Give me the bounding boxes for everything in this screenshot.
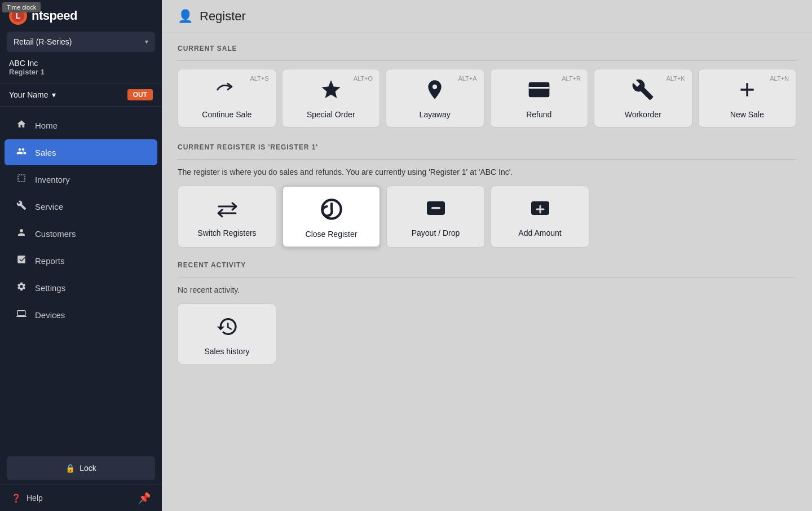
icon-special-order	[320, 78, 342, 104]
icon-layaway	[423, 78, 446, 104]
store-selector[interactable]: Retail (R-Series) ▾	[7, 32, 155, 52]
user-name-text: Your Name	[9, 90, 48, 99]
register-cards: Switch Registers Close Register Payout /…	[178, 186, 796, 248]
register-card-close-register[interactable]: Close Register	[282, 186, 381, 248]
nav-label-service: Service	[35, 202, 63, 212]
shortcut-continue-sale: ALT+S	[250, 75, 268, 82]
sidebar-item-home[interactable]: Home	[5, 112, 157, 138]
icon-refund	[528, 78, 550, 104]
no-activity-text: No recent activity.	[178, 285, 796, 294]
sidebar-item-service[interactable]: Service	[5, 193, 157, 219]
register-card-switch-registers[interactable]: Switch Registers	[178, 186, 276, 248]
pin-icon[interactable]: 📌	[138, 492, 151, 504]
shortcut-refund: ALT+R	[562, 75, 581, 82]
reg-icon-add-amount	[529, 199, 551, 223]
label-special-order: Special Order	[307, 110, 355, 119]
register-name: Register 1	[9, 68, 153, 76]
customers-icon	[16, 227, 27, 240]
sidebar: L ntspeed Retail (R-Series) ▾ ABC Inc Re…	[0, 0, 162, 511]
shortcut-special-order: ALT+O	[354, 75, 373, 82]
store-info: ABC Inc Register 1	[0, 52, 162, 83]
reg-icon-close-register	[320, 198, 343, 224]
register-card-add-amount[interactable]: Add Amount	[491, 186, 589, 248]
recent-activity-section: RECENT ACTIVITY No recent activity. Sale…	[178, 261, 796, 364]
section-divider-3	[178, 277, 796, 277]
card-workorder[interactable]: ALT+K Workorder	[594, 69, 692, 127]
icon-workorder	[632, 78, 654, 104]
shortcut-workorder: ALT+K	[666, 75, 685, 82]
lock-icon: 🔒	[65, 464, 75, 473]
svg-rect-2	[528, 82, 549, 98]
reg-label-add-amount: Add Amount	[518, 228, 561, 237]
reg-label-switch-registers: Switch Registers	[197, 228, 256, 237]
svg-text:L: L	[16, 11, 21, 20]
nav-label-devices: Devices	[35, 310, 65, 320]
nav-menu: Home Sales Inventory Service Customers R…	[0, 107, 162, 452]
section-divider-2	[178, 159, 796, 160]
help-area: ❓ Help 📌	[0, 484, 162, 511]
nav-label-home: Home	[35, 121, 58, 130]
reg-icon-payout-drop	[425, 199, 447, 223]
reg-icon-switch-registers	[216, 199, 239, 223]
lock-button[interactable]: 🔒 Lock	[7, 456, 155, 480]
current-register-label: CURRENT REGISTER IS 'REGISTER 1'	[178, 143, 796, 151]
nav-label-settings: Settings	[35, 283, 65, 293]
current-sale-cards: ALT+S Continue Sale ALT+O Special Order …	[178, 69, 796, 127]
sidebar-item-inventory[interactable]: Inventory	[5, 166, 157, 192]
activity-label-sales-history: Sales history	[204, 347, 249, 356]
label-workorder: Workorder	[625, 110, 661, 119]
card-special-order[interactable]: ALT+O Special Order	[282, 69, 381, 127]
shortcut-layaway: ALT+A	[458, 75, 476, 82]
sidebar-item-settings[interactable]: Settings	[5, 275, 157, 301]
register-header-icon: 👤	[178, 9, 193, 24]
page-title: Register	[200, 9, 246, 24]
label-continue-sale: Continue Sale	[202, 110, 251, 119]
card-refund[interactable]: ALT+R Refund	[490, 69, 589, 127]
card-continue-sale[interactable]: ALT+S Continue Sale	[178, 69, 276, 127]
current-sale-label: CURRENT SALE	[178, 45, 796, 52]
sidebar-item-devices[interactable]: Devices	[5, 302, 157, 328]
store-name: ABC Inc	[9, 59, 153, 68]
help-icon: ❓	[11, 494, 21, 503]
card-layaway[interactable]: ALT+A Layaway	[386, 69, 484, 127]
store-selector-chevron: ▾	[145, 38, 148, 46]
devices-icon	[16, 309, 27, 321]
out-badge[interactable]: OUT	[127, 89, 153, 100]
current-sale-section: CURRENT SALE ALT+S Continue Sale ALT+O S…	[178, 45, 796, 127]
store-selector-label: Retail (R-Series)	[14, 37, 72, 46]
nav-label-reports: Reports	[35, 256, 65, 266]
recent-activity-cards: Sales history	[178, 303, 796, 364]
sales-icon	[16, 146, 27, 158]
main-content: 👤 Register CURRENT SALE ALT+S Continue S…	[162, 0, 812, 511]
service-icon	[16, 200, 27, 213]
sidebar-item-sales[interactable]: Sales	[5, 139, 157, 165]
time-clock-badge: Time clock	[2, 2, 41, 12]
nav-label-sales: Sales	[35, 148, 56, 157]
register-card-payout-drop[interactable]: Payout / Drop	[386, 186, 485, 248]
nav-label-customers: Customers	[35, 229, 76, 239]
lock-label: Lock	[80, 464, 96, 473]
reports-icon	[16, 254, 27, 267]
activity-icon-sales-history	[216, 315, 239, 341]
content-area: CURRENT SALE ALT+S Continue Sale ALT+O S…	[162, 33, 812, 387]
user-chevron: ▾	[52, 90, 56, 99]
user-area: Your Name ▾ OUT	[0, 83, 162, 107]
register-section: CURRENT REGISTER IS 'REGISTER 1' The reg…	[178, 143, 796, 248]
sidebar-item-customers[interactable]: Customers	[5, 221, 157, 246]
svg-rect-6	[431, 207, 440, 209]
activity-card-sales-history[interactable]: Sales history	[178, 303, 276, 364]
page-header: 👤 Register	[162, 0, 812, 33]
section-divider-1	[178, 60, 796, 61]
user-name[interactable]: Your Name ▾	[9, 90, 56, 99]
label-layaway: Layaway	[420, 110, 451, 119]
reg-label-close-register: Close Register	[306, 230, 358, 239]
settings-icon	[16, 281, 27, 294]
help-link[interactable]: ❓ Help	[11, 494, 43, 503]
sidebar-item-reports[interactable]: Reports	[5, 248, 157, 274]
help-label: Help	[27, 494, 43, 503]
label-new-sale: New Sale	[730, 110, 764, 119]
card-new-sale[interactable]: ALT+N New Sale	[698, 69, 797, 127]
register-info-text: The register is where you do sales and r…	[178, 168, 796, 177]
icon-continue-sale	[214, 78, 239, 104]
reg-label-payout-drop: Payout / Drop	[412, 228, 460, 237]
